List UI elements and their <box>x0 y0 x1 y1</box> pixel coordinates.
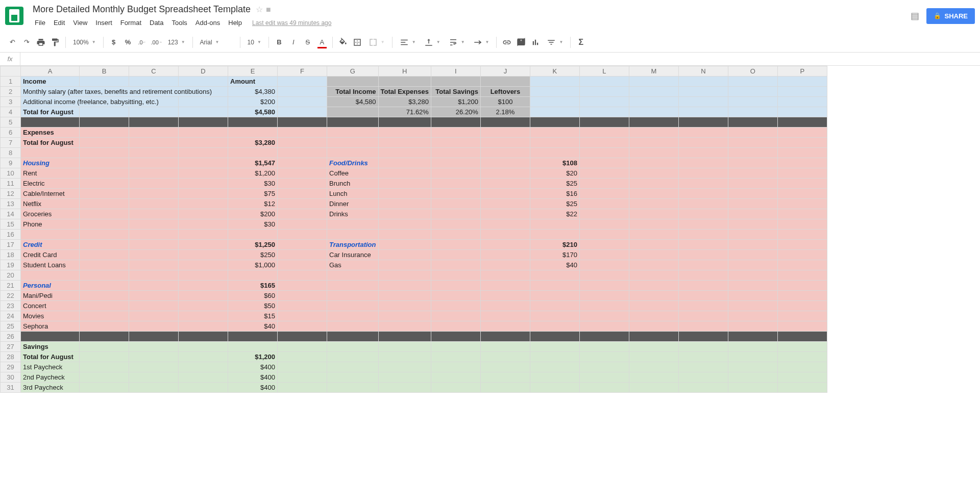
cell-B14[interactable] <box>80 209 129 219</box>
cell-K17[interactable]: $210 <box>530 240 579 250</box>
cell-K2[interactable] <box>530 87 579 97</box>
cell-M29[interactable] <box>629 362 678 372</box>
cell-J3[interactable]: $100 <box>480 97 530 107</box>
filter-button[interactable]: ▼ <box>543 35 567 49</box>
cell-H21[interactable] <box>378 281 431 291</box>
cell-M17[interactable] <box>629 240 678 250</box>
cell-F24[interactable] <box>278 311 327 321</box>
cell-A6[interactable]: Expenses <box>21 128 80 138</box>
cell-N8[interactable] <box>678 148 728 158</box>
cell-H30[interactable] <box>378 372 431 383</box>
cell-D17[interactable] <box>179 240 228 250</box>
cell-I19[interactable] <box>431 260 480 270</box>
row-header-9[interactable]: 9 <box>1 158 21 168</box>
cell-G20[interactable] <box>327 270 379 281</box>
cell-I4[interactable]: 26.20% <box>431 107 480 117</box>
percent-button[interactable]: % <box>121 35 135 49</box>
cell-J16[interactable] <box>480 230 530 240</box>
cell-K30[interactable] <box>530 372 579 383</box>
cell-P8[interactable] <box>777 148 827 158</box>
cell-L22[interactable] <box>579 291 629 301</box>
row-header-14[interactable]: 14 <box>1 209 21 219</box>
cell-A27[interactable]: Savings <box>21 342 80 352</box>
cell-A7[interactable]: Total for August <box>21 138 80 148</box>
menu-add-ons[interactable]: Add-ons <box>191 17 224 29</box>
cell-G23[interactable] <box>327 301 379 311</box>
cell-L8[interactable] <box>579 148 629 158</box>
cell-A13[interactable]: Netflix <box>21 199 80 209</box>
cell-K7[interactable] <box>530 138 579 148</box>
cell-B6[interactable] <box>80 128 129 138</box>
cell-C6[interactable] <box>129 128 179 138</box>
zoom-select[interactable]: 100%▼ <box>69 35 100 49</box>
cell-B10[interactable] <box>80 168 129 179</box>
cell-H9[interactable] <box>378 158 431 168</box>
cell-K28[interactable] <box>530 352 579 362</box>
cell-A22[interactable]: Mani/Pedi <box>21 291 80 301</box>
cell-B12[interactable] <box>80 189 129 199</box>
cell-D11[interactable] <box>179 179 228 189</box>
cell-K29[interactable] <box>530 362 579 372</box>
cell-D14[interactable] <box>179 209 228 219</box>
cell-I27[interactable] <box>431 342 480 352</box>
cell-J5[interactable] <box>480 117 530 128</box>
cell-G4[interactable] <box>327 107 379 117</box>
cell-N15[interactable] <box>678 219 728 230</box>
cell-B20[interactable] <box>80 270 129 281</box>
cell-N23[interactable] <box>678 301 728 311</box>
cell-N2[interactable] <box>678 87 728 97</box>
cell-A30[interactable]: 2nd Paycheck <box>21 372 80 383</box>
cell-F1[interactable] <box>278 77 327 87</box>
cell-K14[interactable]: $22 <box>530 209 579 219</box>
row-header-27[interactable]: 27 <box>1 342 21 352</box>
cell-I6[interactable] <box>431 128 480 138</box>
cell-P3[interactable] <box>777 97 827 107</box>
cell-B31[interactable] <box>80 383 129 393</box>
cell-E6[interactable] <box>228 128 278 138</box>
cell-H15[interactable] <box>378 219 431 230</box>
cell-B26[interactable] <box>80 332 129 342</box>
cell-A2[interactable]: Monthly salary (after taxes, benefits an… <box>21 87 228 97</box>
cell-E21[interactable]: $165 <box>228 281 278 291</box>
cell-I22[interactable] <box>431 291 480 301</box>
cell-D1[interactable] <box>179 77 228 87</box>
cell-G11[interactable]: Brunch <box>327 179 379 189</box>
cell-O26[interactable] <box>728 332 777 342</box>
cell-I16[interactable] <box>431 230 480 240</box>
cell-A10[interactable]: Rent <box>21 168 80 179</box>
cell-E2[interactable]: $4,380 <box>228 87 278 97</box>
row-header-31[interactable]: 31 <box>1 383 21 393</box>
cell-L1[interactable] <box>579 77 629 87</box>
font-size-select[interactable]: 10▼ <box>243 35 265 49</box>
cell-P1[interactable] <box>777 77 827 87</box>
cell-D23[interactable] <box>179 301 228 311</box>
cell-P5[interactable] <box>777 117 827 128</box>
cell-B25[interactable] <box>80 321 129 332</box>
cell-P31[interactable] <box>777 383 827 393</box>
menu-file[interactable]: File <box>31 17 50 29</box>
cell-F12[interactable] <box>278 189 327 199</box>
cell-L11[interactable] <box>579 179 629 189</box>
folder-icon[interactable]: ■ <box>266 5 271 14</box>
cell-A9[interactable]: Housing <box>21 158 80 168</box>
cell-L27[interactable] <box>579 342 629 352</box>
cell-F2[interactable] <box>278 87 327 97</box>
cell-J12[interactable] <box>480 189 530 199</box>
row-header-4[interactable]: 4 <box>1 107 21 117</box>
cell-C23[interactable] <box>129 301 179 311</box>
cell-J25[interactable] <box>480 321 530 332</box>
cell-I3[interactable]: $1,200 <box>431 97 480 107</box>
row-header-12[interactable]: 12 <box>1 189 21 199</box>
cell-I14[interactable] <box>431 209 480 219</box>
cell-P15[interactable] <box>777 219 827 230</box>
cell-I7[interactable] <box>431 138 480 148</box>
cell-H3[interactable]: $3,280 <box>378 97 431 107</box>
cell-O10[interactable] <box>728 168 777 179</box>
cell-M4[interactable] <box>629 107 678 117</box>
cell-D4[interactable] <box>179 107 228 117</box>
paint-format-button[interactable] <box>48 35 62 49</box>
cell-M10[interactable] <box>629 168 678 179</box>
italic-button[interactable]: I <box>286 35 301 49</box>
cell-O25[interactable] <box>728 321 777 332</box>
fill-color-button[interactable] <box>336 35 350 49</box>
